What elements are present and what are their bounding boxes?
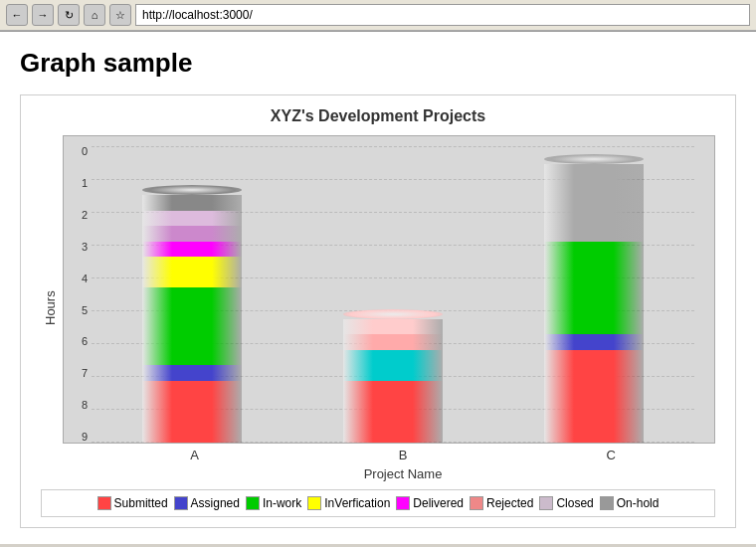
bar-group [132,185,252,443]
bars-row [92,146,694,443]
legend-label: Rejected [486,496,533,510]
legend-label: Submitted [114,496,168,510]
url-bar[interactable] [135,4,750,26]
y-tick: 6 [82,336,88,347]
legend-item: On-hold [600,496,660,510]
y-tick: 0 [82,146,88,157]
chart-area: Hours 9876543210 ABC Project Name [41,135,715,481]
x-axis-labels: ABC [63,444,715,462]
browser-chrome: ← → ↻ ⌂ ☆ [0,0,756,32]
bar-segment-closed [142,211,242,227]
legend-item: Closed [539,496,593,510]
bar-segment-on-hold [142,195,242,211]
legend-item: In-work [246,496,301,510]
chart-title: XYZ's Development Projects [41,107,715,125]
y-tick: 1 [82,178,88,189]
page-title: Graph sample [20,48,736,79]
legend-item: Submitted [97,496,168,510]
y-tick: 3 [82,242,88,253]
legend-color-swatch [396,496,410,510]
bar-segment-delivered [142,242,242,258]
bar-cap [142,185,242,195]
y-tick: 9 [82,432,88,443]
legend-color-swatch [97,496,111,510]
bar-cap [343,309,443,319]
y-tick: 4 [82,274,88,284]
browser-toolbar: ← → ↻ ⌂ ☆ [0,0,756,31]
legend-item: Assigned [174,496,240,510]
x-axis-label: A [135,448,255,462]
bar-segment-submitted [544,350,644,443]
legend-color-swatch [470,496,483,510]
legend-item: InVerfication [307,496,390,510]
x-axis-label: C [551,448,670,462]
legend-label: Delivered [413,496,464,510]
y-axis-label: Hours [41,135,59,481]
bar-segment-inverfication [142,257,242,287]
x-axis-title: Project Name [63,466,715,481]
forward-button[interactable]: → [32,4,54,26]
bar-cap [544,154,644,164]
legend-color-swatch [307,496,321,510]
bar-segment-on-hold [544,164,644,242]
bar-segment-rejected [343,334,443,350]
y-tick: 2 [82,210,88,221]
page-content: Graph sample XYZ's Development Projects … [0,32,756,544]
legend-label: Assigned [191,496,240,510]
legend-item: Rejected [470,496,533,510]
bar-segment-in-work [142,287,242,365]
legend-label: In-work [263,496,301,510]
legend: SubmittedAssignedIn-workInVerficationDel… [41,489,715,517]
bar-group [333,309,453,443]
y-tick: 5 [82,305,88,316]
legend-label: Closed [556,496,593,510]
legend-color-swatch [600,496,614,510]
bar-segment-submitted [343,381,443,443]
bar-segment-delivered [343,350,443,381]
bar-segment-assigned [142,365,242,381]
legend-color-swatch [174,496,188,510]
legend-label: InVerfication [324,496,390,510]
bar-segment-submitted [142,381,242,443]
home-button[interactable]: ⌂ [84,4,105,26]
grid-and-bars [92,146,694,443]
y-tick: 7 [82,368,88,379]
chart-with-axes: 9876543210 ABC Project Name [63,135,715,481]
chart-container: XYZ's Development Projects Hours 9876543… [20,94,736,528]
x-axis-label: B [343,448,463,462]
bar-segment-in-work [544,242,644,334]
bar-segment-closed [343,319,443,335]
legend-color-swatch [539,496,553,510]
y-ticks: 9876543210 [64,146,92,443]
y-tick: 8 [82,400,88,411]
bar-group [534,154,654,443]
star-button[interactable]: ☆ [109,4,131,26]
back-button[interactable]: ← [6,4,28,26]
legend-item: Delivered [396,496,464,510]
legend-color-swatch [246,496,260,510]
chart-plot-area: 9876543210 [63,135,715,444]
bar-segment-rejected [142,226,242,242]
legend-label: On-hold [617,496,660,510]
reload-button[interactable]: ↻ [58,4,80,26]
bar-segment-assigned [544,334,644,350]
